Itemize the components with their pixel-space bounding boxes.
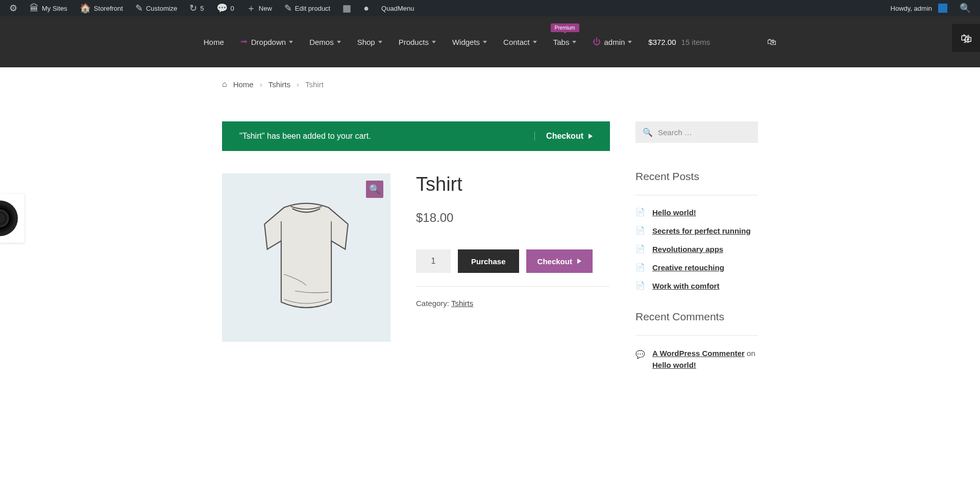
admin-bar-item[interactable]: ↻5: [184, 0, 209, 16]
nav-item-admin[interactable]: ⏻admin: [593, 37, 632, 46]
main-nav: Home⮕DropdownDemosShopProductsWidgetsCon…: [204, 37, 777, 47]
recent-posts-list: 📄Hello world!📄Secrets for perfect runnin…: [635, 208, 758, 290]
breadcrumb: ⌂ Home › Tshirts › Tshirt: [222, 67, 758, 101]
admin-bar-item[interactable]: 💬0: [211, 0, 239, 16]
category-link[interactable]: Tshirts: [451, 299, 473, 308]
nav-cart-summary[interactable]: $372.0015 items: [648, 38, 710, 46]
comment-author-link[interactable]: A WordPress Commenter: [652, 349, 745, 358]
arrow-right-icon: [577, 259, 581, 264]
admin-icon: 🏛: [30, 3, 39, 14]
breadcrumb-category[interactable]: Tshirts: [268, 80, 290, 89]
admin-bar-item[interactable]: QuadMenu: [376, 0, 419, 16]
prev-product-thumb[interactable]: [0, 194, 24, 243]
admin-icon: ✎: [135, 3, 143, 14]
purchase-button[interactable]: Purchase: [458, 249, 519, 273]
admin-bar-item[interactable]: ＋New: [241, 0, 277, 16]
post-item: 📄Work with comfort: [635, 281, 758, 290]
admin-bar-item[interactable]: ✎Edit product: [279, 0, 335, 16]
admin-search[interactable]: 🔍: [954, 0, 976, 16]
divider: [635, 195, 758, 195]
category-label: Category:: [416, 299, 451, 308]
product-details: Tshirt $18.00 Purchase Checkout Category…: [416, 173, 610, 342]
chevron-down-icon: [628, 41, 632, 43]
nav-item-tabs[interactable]: TabsPremium: [553, 38, 577, 46]
admin-bar-item[interactable]: ●: [358, 0, 374, 16]
recent-posts-heading: Recent Posts: [635, 170, 758, 183]
post-item: 📄Secrets for perfect running: [635, 226, 758, 235]
document-icon: 📄: [635, 263, 645, 272]
chevron-down-icon: [432, 41, 436, 43]
breadcrumb-current: Tshirt: [305, 80, 324, 89]
quantity-input[interactable]: [416, 249, 451, 273]
admin-bar-left: ⚙🏛My Sites🏠Storefront✎Customize↻5💬0＋New✎…: [4, 0, 419, 16]
recent-comments-heading: Recent Comments: [635, 311, 758, 323]
search-icon: 🔍: [643, 128, 653, 137]
post-link[interactable]: Revolutionary apps: [652, 245, 723, 254]
post-item: 📄Revolutionary apps: [635, 244, 758, 254]
admin-icon: ●: [363, 3, 369, 14]
search-icon: 🔍: [960, 3, 971, 14]
alert-message: "Tshirt" has been added to your cart.: [239, 132, 371, 141]
chevron-down-icon: [572, 41, 576, 43]
product-category: Category: Tshirts: [416, 299, 610, 308]
post-link[interactable]: Work with comfort: [652, 282, 719, 290]
wp-admin-bar: ⚙🏛My Sites🏠Storefront✎Customize↻5💬0＋New✎…: [0, 0, 980, 16]
premium-badge: Premium: [551, 23, 579, 32]
comment-post-link[interactable]: Hello world!: [652, 361, 696, 369]
post-link[interactable]: Creative retouching: [652, 263, 724, 272]
admin-icon: 🏠: [80, 3, 91, 14]
bag-icon: 🛍15: [961, 32, 972, 45]
nav-cart-icon[interactable]: 🛍: [767, 37, 776, 47]
search-input[interactable]: [658, 128, 755, 137]
nav-item-home[interactable]: Home: [204, 38, 224, 46]
admin-icon: ↻: [189, 3, 197, 14]
post-link[interactable]: Hello world!: [652, 208, 696, 217]
main-header: Home⮕DropdownDemosShopProductsWidgetsCon…: [0, 16, 980, 67]
breadcrumb-sep: ›: [297, 80, 299, 89]
nav-item-shop[interactable]: Shop: [357, 38, 382, 46]
product-gallery[interactable]: 🔍: [222, 173, 390, 342]
sidebar-search[interactable]: 🔍: [635, 121, 758, 143]
admin-icon: ⚙: [9, 3, 17, 14]
post-link[interactable]: Secrets for perfect running: [652, 226, 751, 235]
admin-bar-item[interactable]: ✎Customize: [130, 0, 182, 16]
accent-icon: ⮕: [240, 38, 248, 46]
product-price: $18.00: [416, 211, 610, 225]
product-image: [250, 196, 362, 319]
document-icon: 📄: [635, 226, 645, 235]
document-icon: 📄: [635, 281, 645, 290]
nav-item-products[interactable]: Products: [399, 38, 436, 46]
user-avatar: [938, 4, 947, 13]
admin-icon: ▦: [342, 3, 351, 14]
alert-checkout-label: Checkout: [546, 132, 583, 141]
divider: [416, 286, 610, 287]
sidebar: 🔍 Recent Posts 📄Hello world!📄Secrets for…: [635, 121, 758, 371]
nav-item-dropdown[interactable]: ⮕Dropdown: [240, 38, 293, 46]
admin-bar-item[interactable]: ⚙: [4, 0, 22, 16]
nav-item-widgets[interactable]: Widgets: [452, 38, 487, 46]
admin-bar-item[interactable]: ▦: [337, 0, 356, 16]
admin-greeting[interactable]: Howdy, admin: [886, 0, 952, 16]
home-icon: ⌂: [222, 80, 227, 89]
nav-item-contact[interactable]: Contact: [503, 38, 537, 46]
comment-on-text: on: [745, 349, 755, 358]
nav-item-demos[interactable]: Demos: [309, 38, 341, 46]
breadcrumb-home[interactable]: Home: [233, 80, 254, 89]
admin-bar-right: Howdy, admin 🔍: [886, 0, 976, 16]
alert-checkout-link[interactable]: Checkout: [534, 132, 593, 141]
arrow-right-icon: [589, 134, 593, 139]
zoom-button[interactable]: 🔍: [366, 181, 383, 198]
product-section: 🔍 Tshirt $18.00 Purchase: [222, 173, 610, 342]
floating-cart[interactable]: 🛍15: [952, 24, 980, 52]
add-to-cart-form: Purchase Checkout: [416, 249, 610, 273]
post-item: 📄Hello world!: [635, 208, 758, 217]
breadcrumb-sep: ›: [260, 80, 262, 89]
divider: [635, 335, 758, 336]
checkout-button[interactable]: Checkout: [526, 249, 593, 273]
comment-item: 💬 A WordPress Commenter on Hello world!: [635, 348, 758, 371]
admin-bar-item[interactable]: 🏛My Sites: [24, 0, 72, 16]
admin-bar-item[interactable]: 🏠Storefront: [75, 0, 128, 16]
power-icon: ⏻: [593, 37, 601, 46]
product-title: Tshirt: [416, 173, 610, 195]
chevron-down-icon: [289, 41, 293, 43]
